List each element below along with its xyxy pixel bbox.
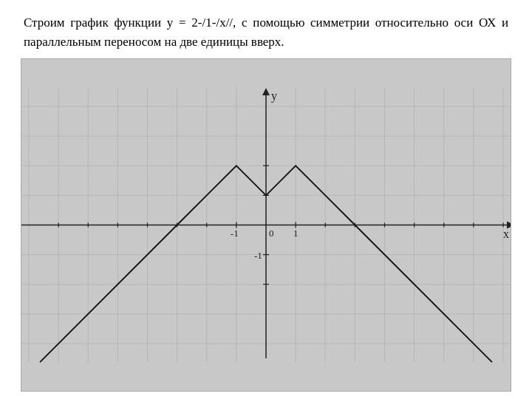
graph-container: x y -1 0 1 -1 — [21, 58, 511, 392]
y-minus1-label: -1 — [254, 250, 262, 261]
paragraph: Строим график функции y = 2-/1-/x//, с п… — [24, 16, 508, 49]
description-text: Строим график функции y = 2-/1-/x//, с п… — [21, 13, 511, 51]
page: Строим график функции y = 2-/1-/x//, с п… — [0, 0, 532, 399]
x-axis-label: x — [503, 228, 509, 240]
function-graph: x y -1 0 1 -1 — [21, 59, 511, 391]
x-plus1-label: 1 — [293, 228, 299, 239]
y-axis-label: y — [271, 89, 277, 103]
x-minus1-label: -1 — [231, 228, 239, 239]
origin-label: 0 — [269, 228, 274, 239]
